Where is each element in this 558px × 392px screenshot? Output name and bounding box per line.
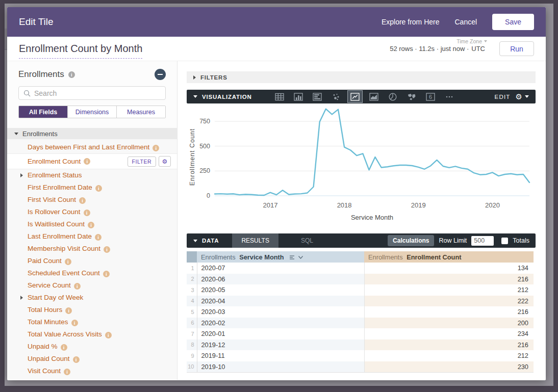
info-icon[interactable]: i [79, 197, 86, 204]
field-item-scheduled-event-count[interactable]: Scheduled Event Counti [7, 267, 177, 279]
field-item-unpaid-[interactable]: Unpaid %i [7, 341, 177, 353]
field-gear-button[interactable]: ⚙ [159, 156, 171, 167]
field-item-first-visit-count[interactable]: First Visit Counti [7, 194, 177, 206]
data-section-toggle[interactable]: DATA [187, 238, 219, 244]
enrollment-count-cell[interactable]: 212 [364, 350, 534, 361]
info-icon[interactable]: i [105, 332, 112, 338]
service-month-cell[interactable]: 2020-06 [197, 274, 364, 285]
field-item-membership-visit-count[interactable]: Membership Visit Counti [7, 243, 177, 255]
chevron-right-icon[interactable] [20, 173, 23, 177]
line-chart-icon[interactable] [348, 91, 362, 102]
filter-field-button[interactable]: FILTER [128, 156, 156, 167]
visualization-settings-button[interactable]: ⚙ [516, 92, 529, 101]
service-month-cell[interactable]: 2019-12 [197, 339, 364, 351]
info-icon[interactable]: i [64, 369, 70, 375]
calculations-button[interactable]: Calculations [388, 235, 434, 246]
info-icon[interactable]: i [104, 246, 110, 253]
tab-all-fields[interactable]: All Fields [19, 106, 67, 118]
field-item-service-count[interactable]: Service Counti [7, 279, 177, 292]
row-limit-input[interactable] [471, 236, 494, 246]
totals-checkbox[interactable] [501, 238, 508, 244]
field-item-is-waitlisted-count[interactable]: Is Waitlisted Counti [7, 218, 177, 230]
info-icon[interactable]: i [84, 158, 90, 165]
info-icon[interactable]: i [153, 145, 159, 151]
run-button[interactable]: Run [499, 41, 534, 56]
service-month-cell[interactable]: 2020-07 [197, 263, 364, 274]
row-number[interactable]: 3 [187, 284, 197, 296]
field-item-enrollment-count[interactable]: Enrollment CountiFILTER⚙ [7, 153, 177, 169]
column-header-enrollment-count[interactable]: Enrollments Enrollment Count [364, 251, 534, 263]
single-value-chart-icon[interactable]: 6 [423, 91, 438, 102]
filters-section-header[interactable]: FILTERS [187, 71, 536, 83]
field-item-first-enrollment-date[interactable]: First Enrollment Datei [7, 181, 177, 194]
info-icon[interactable]: i [65, 258, 71, 265]
info-icon[interactable]: i [73, 356, 80, 363]
service-month-cell[interactable]: 2019-11 [197, 350, 364, 361]
field-item-total-minutes[interactable]: Total Minutesi [7, 316, 177, 328]
timezone-dropdown[interactable]: Time Zone [456, 38, 487, 44]
service-month-cell[interactable]: 2020-05 [197, 284, 364, 296]
chevron-right-icon[interactable] [20, 296, 23, 300]
explore-from-here-button[interactable]: Explore from Here [382, 18, 440, 26]
enrollment-count-cell[interactable]: 222 [364, 296, 534, 307]
info-icon[interactable]: i [61, 344, 67, 351]
service-month-cell[interactable]: 2020-02 [197, 318, 364, 329]
tab-measures[interactable]: Measures [116, 106, 165, 118]
enrollment-count-cell[interactable]: 230 [364, 361, 534, 373]
column-chart-icon[interactable] [291, 91, 306, 102]
enrollment-count-cell[interactable]: 216 [364, 274, 534, 285]
field-item-visit-count[interactable]: Visit Counti [7, 365, 177, 377]
field-item-is-rollover-count[interactable]: Is Rollover Counti [7, 206, 177, 218]
enrollment-count-cell[interactable]: 212 [364, 284, 534, 296]
row-number[interactable]: 8 [187, 339, 197, 351]
info-icon[interactable]: i [68, 71, 75, 78]
row-number[interactable]: 9 [187, 350, 197, 361]
chevron-down-icon[interactable] [298, 255, 303, 259]
table-chart-icon[interactable] [272, 91, 287, 102]
scatter-chart-icon[interactable] [329, 91, 343, 102]
info-icon[interactable]: i [88, 222, 94, 228]
field-item-days-between-first-and-last-enrollment[interactable]: Days between First and Last Enrollmenti [7, 141, 177, 153]
enrollment-count-cell[interactable]: 216 [364, 306, 534, 318]
row-number[interactable]: 7 [187, 328, 197, 339]
field-item-total-value-across-visits[interactable]: Total Value Across Visitsi [7, 328, 177, 341]
edit-visualization-button[interactable]: EDIT [495, 94, 511, 100]
tab-sql[interactable]: SQL [292, 233, 322, 248]
info-icon[interactable]: i [103, 271, 110, 277]
enrollment-count-cell[interactable]: 134 [364, 263, 534, 274]
field-item-total-hours[interactable]: Total Hoursi [7, 304, 177, 316]
info-icon[interactable]: i [84, 210, 90, 216]
info-icon[interactable]: i [65, 307, 72, 314]
pie-chart-icon[interactable] [386, 91, 400, 102]
info-icon[interactable]: i [71, 320, 78, 326]
sort-icon[interactable] [289, 255, 295, 260]
timezone-value[interactable]: Time Zone UTC [471, 45, 485, 53]
row-number[interactable]: 1 [187, 263, 197, 274]
cancel-button[interactable]: Cancel [454, 18, 477, 26]
save-button[interactable]: Save [492, 14, 534, 30]
service-month-cell[interactable]: 2020-03 [197, 306, 364, 318]
field-item-last-enrollment-date[interactable]: Last Enrollment Datei [7, 230, 177, 243]
map-chart-icon[interactable] [404, 91, 419, 102]
service-month-cell[interactable]: 2020-04 [197, 296, 364, 307]
bar-chart-icon[interactable] [310, 91, 324, 102]
field-group-header[interactable]: Enrollments [7, 128, 177, 139]
field-item-unpaid-count[interactable]: Unpaid Counti [7, 353, 177, 365]
row-number[interactable]: 5 [187, 306, 197, 318]
tab-dimensions[interactable]: Dimensions [67, 106, 116, 118]
search-input[interactable] [34, 89, 161, 97]
field-item-enrollment-status[interactable]: Enrollment Status [7, 169, 177, 181]
row-number[interactable]: 2 [187, 274, 197, 285]
row-number[interactable]: 10 [187, 361, 197, 373]
tile-title-input[interactable]: Enrollment Count by Month [19, 43, 142, 59]
area-chart-icon[interactable] [367, 91, 381, 102]
chevron-down-icon[interactable] [193, 95, 197, 98]
field-search-box[interactable] [18, 86, 166, 100]
column-header-service-month[interactable]: Enrollments Service Month [197, 251, 364, 263]
tab-results[interactable]: RESULTS [232, 233, 278, 248]
field-item-start-day-of-week[interactable]: Start Day of Week [7, 292, 177, 304]
info-icon[interactable]: i [95, 185, 102, 192]
collapse-sidebar-button[interactable] [155, 69, 166, 80]
info-icon[interactable]: i [74, 283, 81, 290]
info-icon[interactable]: i [95, 234, 102, 241]
